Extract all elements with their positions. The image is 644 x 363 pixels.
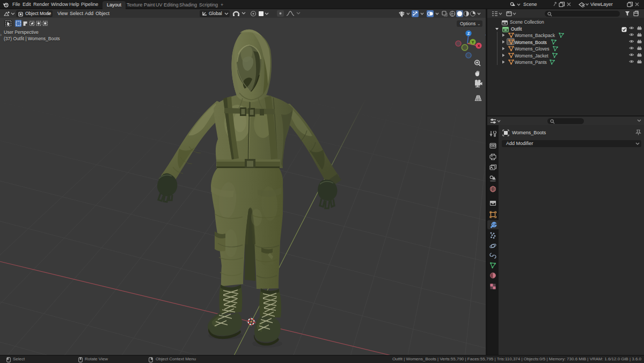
svg-text:Y: Y [471,40,474,45]
svg-text:Z: Z [467,31,470,36]
svg-text:X: X [477,43,480,48]
